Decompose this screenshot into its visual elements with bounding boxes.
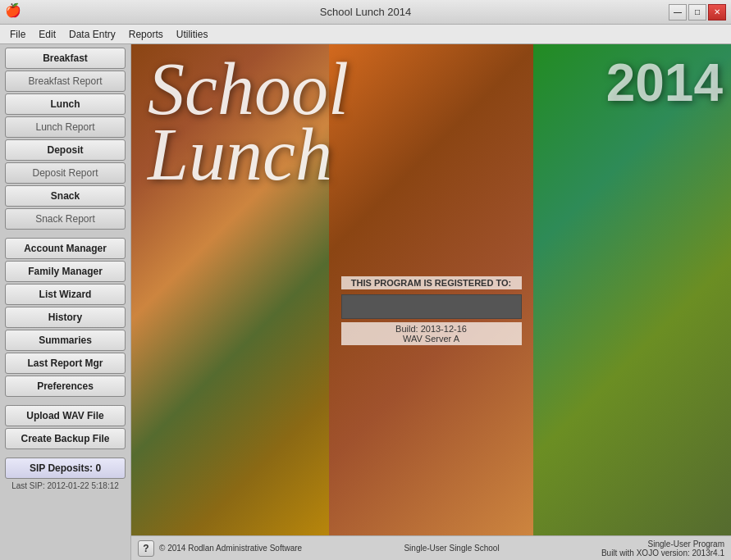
last-report-mgr-button[interactable]: Last Report Mgr bbox=[5, 353, 126, 374]
list-wizard-button[interactable]: List Wizard bbox=[5, 284, 126, 305]
build-date: Build: 2013-12-16 bbox=[345, 324, 519, 334]
maximize-button[interactable]: □ bbox=[688, 4, 706, 20]
breakfast-report-button[interactable]: Breakfast Report bbox=[5, 71, 126, 92]
menubar: File Edit Data Entry Reports Utilities bbox=[0, 25, 731, 44]
registration-name bbox=[341, 294, 522, 319]
apple-logo: 🍎 bbox=[5, 2, 21, 18]
menu-utilities[interactable]: Utilities bbox=[170, 27, 215, 42]
separator-2 bbox=[5, 398, 126, 403]
minimize-button[interactable]: — bbox=[669, 4, 687, 20]
window-controls: — □ ✕ bbox=[669, 4, 726, 20]
preferences-button[interactable]: Preferences bbox=[5, 376, 126, 397]
separator-3 bbox=[5, 451, 126, 456]
menu-reports[interactable]: Reports bbox=[122, 27, 170, 42]
content-area: School Lunch 2014 THIS PROGRAM IS REGIST… bbox=[131, 44, 731, 560]
separator-1 bbox=[5, 231, 126, 236]
built-with-xojo: Built with XOJO version: 2013r4.1 bbox=[601, 549, 724, 558]
history-button[interactable]: History bbox=[5, 307, 126, 328]
registration-title: THIS PROGRAM IS REGISTERED TO: bbox=[341, 276, 522, 289]
status-center: Single-User Single School bbox=[404, 544, 499, 553]
deposit-report-button[interactable]: Deposit Report bbox=[5, 162, 126, 184]
wav-server: WAV Server A bbox=[345, 334, 519, 344]
single-user-school: Single-User Single School bbox=[404, 544, 499, 553]
snack-button[interactable]: Snack bbox=[5, 185, 126, 207]
main-layout: Breakfast Breakfast Report Lunch Lunch R… bbox=[0, 44, 731, 560]
family-manager-button[interactable]: Family Manager bbox=[5, 261, 126, 282]
sip-deposits-button[interactable]: SIP Deposits: 0 bbox=[5, 458, 126, 479]
menu-file[interactable]: File bbox=[3, 27, 32, 42]
deposit-button[interactable]: Deposit bbox=[5, 139, 126, 161]
create-backup-button[interactable]: Create Backup File bbox=[5, 428, 126, 449]
menu-edit[interactable]: Edit bbox=[32, 27, 62, 42]
copyright-text: © 2014 Rodlan Administrative Software bbox=[159, 544, 302, 553]
build-info: Build: 2013-12-16 WAV Server A bbox=[341, 322, 522, 345]
snack-report-button[interactable]: Snack Report bbox=[5, 208, 126, 230]
account-manager-button[interactable]: Account Manager bbox=[5, 238, 126, 259]
status-bar: ? © 2014 Rodlan Administrative Software … bbox=[131, 535, 731, 560]
close-button[interactable]: ✕ bbox=[708, 4, 726, 20]
sidebar: Breakfast Breakfast Report Lunch Lunch R… bbox=[0, 44, 131, 560]
menu-data-entry[interactable]: Data Entry bbox=[62, 27, 122, 42]
status-right: Single-User Program Built with XOJO vers… bbox=[601, 540, 724, 558]
status-left: ? © 2014 Rodlan Administrative Software bbox=[138, 540, 302, 557]
lunch-text: Lunch bbox=[148, 118, 332, 192]
upload-wav-button[interactable]: Upload WAV File bbox=[5, 405, 126, 426]
single-user-program: Single-User Program bbox=[601, 540, 724, 549]
registration-box: THIS PROGRAM IS REGISTERED TO: Build: 20… bbox=[341, 276, 522, 345]
lunch-button[interactable]: Lunch bbox=[5, 93, 126, 115]
titlebar: 🍎 School Lunch 2014 — □ ✕ bbox=[0, 0, 731, 25]
last-sip-label: Last SIP: 2012-01-22 5:18:12 bbox=[5, 480, 126, 491]
breakfast-button[interactable]: Breakfast bbox=[5, 48, 126, 69]
year-text: 2014 bbox=[606, 52, 723, 113]
summaries-button[interactable]: Summaries bbox=[5, 330, 126, 351]
lunch-report-button[interactable]: Lunch Report bbox=[5, 116, 126, 138]
window-title: School Lunch 2014 bbox=[320, 6, 411, 18]
help-button[interactable]: ? bbox=[138, 540, 154, 557]
